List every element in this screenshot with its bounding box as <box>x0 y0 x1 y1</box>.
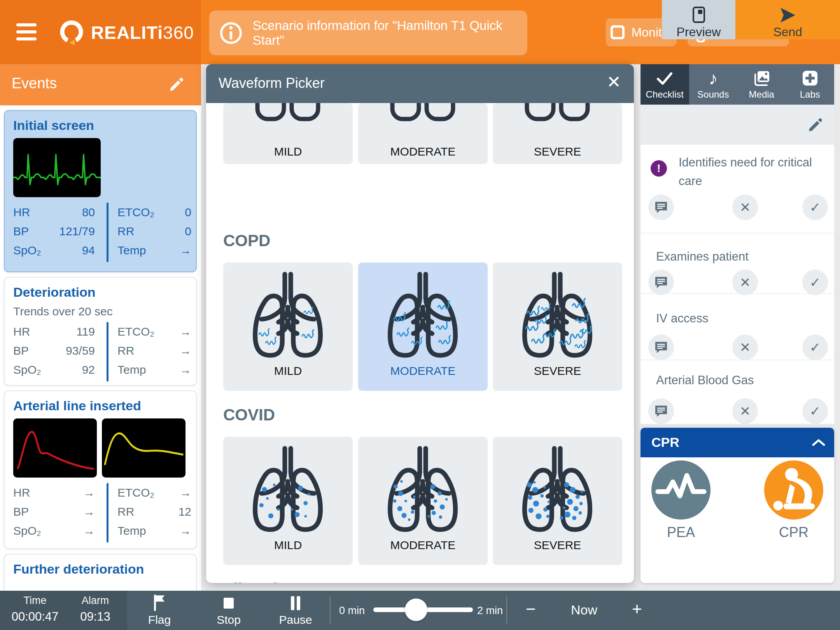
tile-severity-label: SEVERE <box>493 539 622 552</box>
mark-failed-button[interactable]: ✕ <box>732 270 758 295</box>
timeline-end-label: 2 min <box>477 605 503 617</box>
send-button[interactable]: Send <box>735 0 840 39</box>
vital-row: RR → <box>117 344 195 360</box>
event-card[interactable]: Initial screen HR 80 BP 121/79 SpO₂ 94 E… <box>4 110 197 272</box>
vital-row: BP → <box>13 505 103 521</box>
vital-row: BP 121/79 <box>13 225 103 240</box>
x-icon: ✕ <box>740 200 751 215</box>
vital-row: ETCO₂ 0 <box>117 206 195 221</box>
waveform-section-header: COPD <box>223 231 270 250</box>
lungs-icon <box>376 444 469 537</box>
timeline-thumb[interactable] <box>405 598 427 621</box>
vital-row: SpO₂ 94 <box>13 244 103 259</box>
vital-row: ETCO₂ → <box>117 325 195 341</box>
waveform-tile-copd-moderate[interactable]: MODERATE <box>358 262 488 391</box>
events-title: Events <box>12 75 57 92</box>
cpr-title: CPR <box>651 435 679 450</box>
checklist-item: Examines patient✕✓ <box>640 233 834 294</box>
media-icon <box>737 68 786 88</box>
vital-row: RR 12 <box>117 505 195 521</box>
stop-button[interactable]: Stop <box>205 594 252 626</box>
stop-icon <box>222 595 235 611</box>
lungs-icon <box>241 444 334 537</box>
checklist-item: Arterial Blood Gas✕✓ <box>640 360 834 424</box>
comment-button[interactable] <box>648 194 674 220</box>
event-subtitle: Trends over 20 sec <box>13 305 113 318</box>
lungs-icon <box>241 270 334 363</box>
app-logo: REALITi360 <box>58 16 194 49</box>
labs-icon <box>786 68 835 88</box>
mark-failed-button[interactable]: ✕ <box>732 398 758 424</box>
vital-row: ETCO₂ → <box>117 486 195 502</box>
check-icon: ✓ <box>810 275 821 290</box>
event-card[interactable]: DeteriorationTrends over 20 sec HR 119 B… <box>4 277 197 386</box>
event-title: Deterioration <box>13 285 96 300</box>
waveform-tile-copd-mild[interactable]: MILD <box>223 262 353 391</box>
tab-checklist[interactable]: Checklist <box>640 64 689 105</box>
mark-done-button[interactable]: ✓ <box>802 398 828 424</box>
waveform-section-header: COVID <box>223 406 275 424</box>
tab-media[interactable]: Media <box>737 64 786 105</box>
mark-failed-button[interactable]: ✕ <box>732 334 758 360</box>
vitals-divider <box>107 483 108 542</box>
event-card[interactable]: Further deterioration <box>4 554 197 591</box>
waveform-tile-top-severe[interactable]: ❄ ❄SEVERE <box>493 103 622 164</box>
capno-waveform-thumbnail <box>102 418 186 478</box>
chevron-up-icon[interactable] <box>812 438 826 447</box>
scenario-banner[interactable]: Scenario information for "Hamilton T1 Qu… <box>209 10 527 55</box>
modal-title: Waveform Picker <box>219 75 325 91</box>
pause-button[interactable]: Pause <box>272 594 319 626</box>
waveform-tile-copd-severe[interactable]: SEVERE <box>493 262 622 391</box>
mark-done-button[interactable]: ✓ <box>802 270 828 295</box>
menu-icon[interactable] <box>16 22 37 42</box>
tile-severity-label: MILD <box>223 364 353 378</box>
cpr-button[interactable] <box>764 460 823 520</box>
info-icon <box>219 21 243 45</box>
event-card[interactable]: Arterial line inserted HR → BP → SpO₂ → … <box>4 390 197 549</box>
check-icon: ✓ <box>810 403 821 419</box>
tab-sounds[interactable]: ♪ Sounds <box>689 64 738 105</box>
svg-text:❄: ❄ <box>533 103 548 105</box>
waveform-tile-covid-moderate[interactable]: MODERATE <box>358 437 488 565</box>
waveform-tile-covid-severe[interactable]: SEVERE <box>493 437 622 565</box>
pea-rhythm-icon <box>651 460 710 520</box>
send-icon <box>779 7 797 23</box>
close-icon[interactable]: ✕ <box>607 74 621 91</box>
flag-button[interactable]: Flag <box>136 594 183 626</box>
events-panel: Events Initial screen HR 80 BP 121/79 Sp… <box>0 64 201 591</box>
realiti-logo-icon <box>58 19 86 47</box>
pause-icon <box>289 595 302 611</box>
checklist-item: IV access✕✓ <box>640 294 834 360</box>
tile-severity-label: MODERATE <box>358 145 488 158</box>
vital-row: HR → <box>13 486 103 502</box>
mark-done-button[interactable]: ✓ <box>802 194 828 220</box>
tile-severity-label: MILD <box>223 539 353 552</box>
waveform-tile-covid-mild[interactable]: MILD <box>223 437 353 565</box>
waveform-tile-top-moderate[interactable]: MODERATE <box>358 103 488 164</box>
app-root: REALITi360 Scenario information for "Ham… <box>0 0 840 630</box>
mark-failed-button[interactable]: ✕ <box>732 194 758 220</box>
divider <box>330 596 331 624</box>
now-button[interactable]: Now <box>571 602 597 618</box>
comment-button[interactable] <box>648 270 674 295</box>
plus-button[interactable]: + <box>632 599 642 619</box>
scenario-banner-text: Scenario information for "Hamilton T1 Qu… <box>253 18 527 48</box>
edit-events-icon[interactable] <box>168 76 185 93</box>
x-icon: ✕ <box>740 275 751 290</box>
preview-button[interactable]: Preview <box>662 0 735 39</box>
tab-labs[interactable]: Labs <box>786 64 835 105</box>
pea-button[interactable] <box>651 460 710 520</box>
waveform-tile-top-mild[interactable]: MILD <box>223 103 353 164</box>
mark-done-button[interactable]: ✓ <box>802 334 828 360</box>
event-title: Further deterioration <box>13 562 144 577</box>
minus-button[interactable]: − <box>526 599 536 619</box>
preview-icon <box>692 6 706 23</box>
cpr-header[interactable]: CPR <box>640 428 834 457</box>
event-title: Arterial line inserted <box>13 398 141 413</box>
edit-checklist-icon[interactable] <box>807 116 824 133</box>
comment-button[interactable] <box>648 334 674 360</box>
monitor-icon <box>610 24 625 40</box>
comment-button[interactable] <box>648 398 674 424</box>
tile-severity-label: MILD <box>223 145 353 158</box>
lungs-icon: ❄ ❄ <box>511 103 604 143</box>
